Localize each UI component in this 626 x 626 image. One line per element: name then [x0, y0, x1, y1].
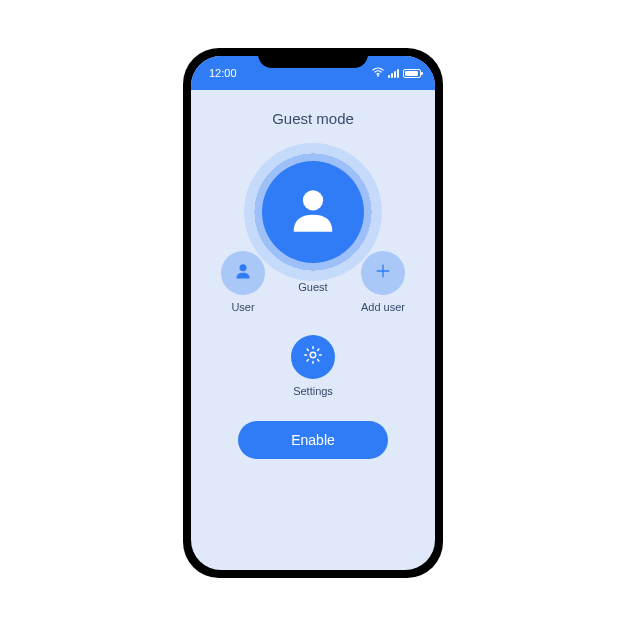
wifi-icon	[372, 67, 384, 79]
svg-point-1	[303, 190, 323, 210]
settings-label: Settings	[293, 385, 333, 397]
title-area: Guest mode	[191, 90, 435, 137]
phone-notch	[258, 48, 368, 68]
person-icon	[284, 181, 342, 243]
settings-button[interactable]: Settings	[191, 335, 435, 397]
add-user-label: Add user	[361, 301, 405, 313]
signal-icon	[388, 68, 399, 78]
phone-frame: 12:00 Guest mode	[183, 48, 443, 578]
guest-label-area: Guest	[283, 281, 343, 293]
user-avatar	[221, 251, 265, 295]
enable-button[interactable]: Enable	[238, 421, 388, 459]
guest-avatar	[262, 161, 364, 263]
user-label: User	[231, 301, 254, 313]
svg-point-2	[240, 264, 247, 271]
settings-circle	[291, 335, 335, 379]
plus-icon	[373, 261, 393, 285]
page-title: Guest mode	[191, 110, 435, 127]
enable-area: Enable	[191, 421, 435, 459]
add-user-button[interactable]: Add user	[353, 251, 413, 313]
phone-screen: 12:00 Guest mode	[191, 56, 435, 570]
person-icon	[233, 261, 253, 285]
svg-point-3	[310, 352, 316, 358]
status-indicators	[372, 67, 421, 79]
status-time: 12:00	[209, 67, 237, 79]
guest-label: Guest	[298, 281, 327, 293]
add-user-circle	[361, 251, 405, 295]
user-profile-button[interactable]: User	[213, 251, 273, 313]
battery-icon	[403, 69, 421, 78]
gear-icon	[302, 344, 324, 370]
svg-point-0	[377, 75, 379, 77]
